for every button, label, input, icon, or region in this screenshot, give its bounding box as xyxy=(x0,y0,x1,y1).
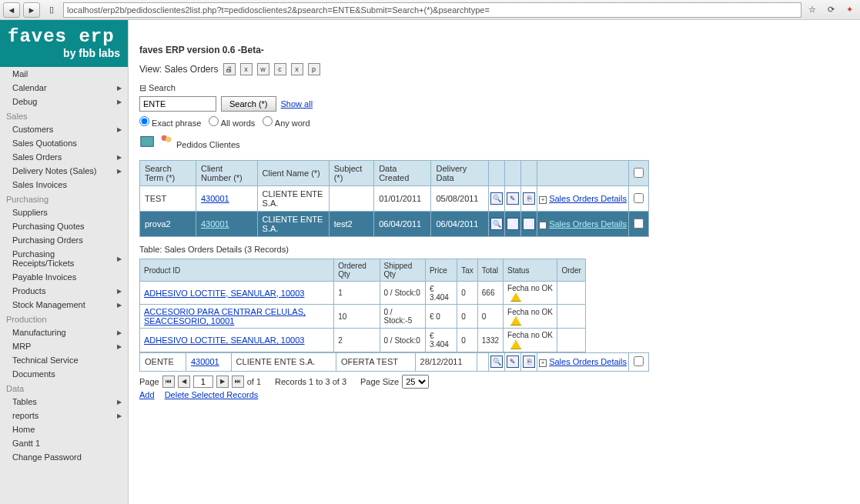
radio-any[interactable]: Any word xyxy=(263,116,310,128)
table-row[interactable]: OENTE430001CLIENTE ENTE S.A.OFERTA TEST2… xyxy=(140,352,649,371)
chevron-right-icon: ▶ xyxy=(117,85,122,92)
column-header: Order xyxy=(557,259,586,282)
folder-icon xyxy=(139,132,156,149)
sidebar-item[interactable]: Mail xyxy=(0,67,128,81)
edit-icon[interactable]: ✎ xyxy=(507,218,519,230)
sidebar-item[interactable]: Tables▶ xyxy=(0,395,128,409)
orders-table: Search Term (*)Client Number (*)Client N… xyxy=(139,160,649,237)
column-header[interactable]: Subject (*) xyxy=(329,161,373,186)
next-page-button[interactable]: ▶ xyxy=(216,375,229,388)
bookmark-icon[interactable]: ☆ xyxy=(805,5,820,15)
copy-icon[interactable]: ⎘ xyxy=(523,218,535,230)
sidebar-item[interactable]: reports▶ xyxy=(0,409,128,422)
print-icon[interactable]: 🖨 xyxy=(223,63,236,75)
edit-icon[interactable]: ✎ xyxy=(507,192,519,205)
sidebar-item[interactable]: Sales Invoices xyxy=(0,178,128,192)
radio-all[interactable]: All words xyxy=(209,116,255,128)
sidebar-item[interactable]: Manufacturing▶ xyxy=(0,325,128,339)
view-icon[interactable]: 🔍 xyxy=(490,355,503,368)
sidebar-item[interactable]: Sales Quotations xyxy=(0,136,128,150)
first-page-button[interactable]: ⏮ xyxy=(162,375,175,388)
extension-icon[interactable]: ✦ xyxy=(842,5,857,15)
export-pdf-icon[interactable]: p xyxy=(308,63,320,75)
view-icon[interactable]: 🔍 xyxy=(490,218,503,230)
table-row[interactable]: prova2430001CLIENTE ENTE S.A.test206/04/… xyxy=(140,212,649,237)
url-bar[interactable]: localhost/erp2b/pedidosclientes2list.php… xyxy=(63,2,801,18)
copy-icon[interactable]: ⎘ xyxy=(523,192,535,205)
column-header: Status xyxy=(504,259,557,282)
select-all-checkbox[interactable] xyxy=(634,168,644,178)
table-row[interactable]: TEST430001CLIENTE ENTE S.A.01/01/201105/… xyxy=(140,186,649,212)
pagesize-select[interactable]: 25 xyxy=(402,375,429,389)
column-header[interactable]: Search Term (*) xyxy=(140,161,196,186)
details-link[interactable]: Sales Orders Details xyxy=(549,219,627,229)
sidebar-item[interactable]: Products▶ xyxy=(0,284,128,298)
edit-icon[interactable]: ✎ xyxy=(507,355,519,368)
chevron-right-icon: ▶ xyxy=(117,329,122,336)
sidebar-item[interactable]: Home xyxy=(0,422,128,436)
row-checkbox[interactable] xyxy=(634,356,644,366)
column-header: Ordered Qty xyxy=(334,259,380,282)
sidebar-item[interactable]: Customers▶ xyxy=(0,122,128,136)
sidebar-item[interactable]: Change Password xyxy=(0,450,128,464)
row-checkbox[interactable] xyxy=(634,219,644,229)
expand-icon[interactable]: + xyxy=(539,359,547,367)
page-number-input[interactable] xyxy=(193,375,213,388)
prev-page-button[interactable]: ◀ xyxy=(178,375,190,388)
back-button[interactable]: ◄ xyxy=(3,2,20,18)
expand-icon[interactable]: + xyxy=(539,222,547,229)
sidebar-item[interactable]: Stock Management▶ xyxy=(0,298,128,312)
view-icon[interactable]: 🔍 xyxy=(490,192,503,205)
pager: Page ⏮ ◀ ▶ ⏭ of 1 Records 1 to 3 of 3 Pa… xyxy=(139,375,849,389)
sidebar-item[interactable]: MRP▶ xyxy=(0,339,128,353)
column-header[interactable]: Client Name (*) xyxy=(257,161,329,186)
column-header[interactable]: Client Number (*) xyxy=(196,161,257,186)
chevron-right-icon: ▶ xyxy=(117,126,122,133)
export-csv-icon[interactable]: c xyxy=(274,63,286,75)
show-all-link[interactable]: Show all xyxy=(281,99,313,108)
sidebar-item[interactable]: Purchasing Quotes xyxy=(0,219,128,233)
details-link[interactable]: Sales Orders Details xyxy=(549,194,627,203)
client-number-link[interactable]: 430001 xyxy=(201,194,229,203)
export-word-icon[interactable]: w xyxy=(257,63,269,75)
expand-icon[interactable]: + xyxy=(539,196,547,204)
chevron-right-icon: ▶ xyxy=(117,168,122,175)
product-link[interactable]: ADHESIVO LOCTITE, SEANULAR, 10003 xyxy=(144,289,304,298)
sidebar-item[interactable]: Documents xyxy=(0,367,128,381)
radio-exact[interactable]: Exact phrase xyxy=(139,116,201,128)
row-checkbox[interactable] xyxy=(634,193,644,203)
chevron-right-icon: ▶ xyxy=(117,302,122,309)
column-header[interactable]: Delivery Data xyxy=(431,161,489,186)
delete-selected-link[interactable]: Delete Selected Records xyxy=(165,390,259,399)
column-header[interactable]: Data Created xyxy=(374,161,431,186)
refresh-icon[interactable]: ⟳ xyxy=(823,5,838,15)
product-link[interactable]: ACCESORIO PARA CENTRAR CELULAS, SEACCESO… xyxy=(144,307,306,325)
sidebar-item[interactable]: Calendar▶ xyxy=(0,81,128,95)
product-link[interactable]: ADHESIVO LOCTITE, SEANULAR, 10003 xyxy=(144,335,304,345)
sidebar-item[interactable]: Sales Orders▶ xyxy=(0,150,128,164)
export-xml-icon[interactable]: x xyxy=(291,63,303,75)
sidebar-item[interactable]: Debug▶ xyxy=(0,95,128,108)
sidebar-item[interactable]: Suppliers xyxy=(0,205,128,219)
copy-icon[interactable]: ⎘ xyxy=(523,355,535,368)
search-toggle[interactable]: ⊟ Search xyxy=(139,83,849,93)
content: faves ERP version 0.6 -Beta- View: Sales… xyxy=(129,20,860,504)
search-button[interactable]: Search (*) xyxy=(221,96,276,112)
view-label: View: Sales Orders xyxy=(139,64,219,75)
sidebar-item[interactable]: Gantt 1 xyxy=(0,436,128,450)
sidebar-item[interactable]: Purchasing Orders xyxy=(0,233,128,247)
search-input[interactable] xyxy=(139,96,216,112)
add-link[interactable]: Add xyxy=(139,390,155,399)
export-excel-icon[interactable]: x xyxy=(240,63,253,75)
sidebar-item[interactable]: Purchasing Receipts/Tickets▶ xyxy=(0,247,128,270)
purchasing-header: Purchasing xyxy=(0,192,128,205)
details-link[interactable]: Sales Orders Details xyxy=(549,357,627,366)
chevron-right-icon: ▶ xyxy=(117,154,122,161)
last-page-button[interactable]: ⏭ xyxy=(232,375,244,388)
sidebar-item[interactable]: Payable Invoices xyxy=(0,270,128,284)
forward-button[interactable]: ► xyxy=(23,2,40,18)
sidebar-item[interactable]: Delivery Notes (Sales)▶ xyxy=(0,164,128,178)
client-number-link[interactable]: 430001 xyxy=(201,219,229,229)
client-number-link[interactable]: 430001 xyxy=(191,357,219,366)
sidebar-item[interactable]: Technical Service xyxy=(0,353,128,367)
